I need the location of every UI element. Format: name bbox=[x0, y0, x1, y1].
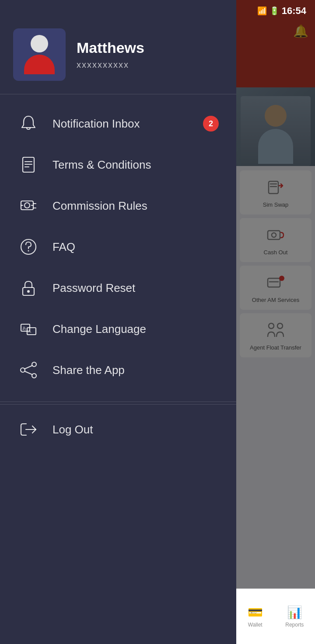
wallet-label: Wallet bbox=[248, 622, 262, 628]
menu-item-terms[interactable]: Terms & Conditions bbox=[0, 144, 236, 185]
status-icons: 📶 🔋 16:54 bbox=[257, 5, 306, 17]
drawer-menu: Matthews xxxxxxxxxx Notification Inbox 2 bbox=[0, 0, 236, 644]
status-time: 16:54 bbox=[282, 5, 306, 17]
logout-label: Log Out bbox=[52, 423, 93, 436]
menu-item-language[interactable]: あ A Change Language bbox=[0, 308, 236, 350]
svg-line-31 bbox=[25, 366, 32, 369]
wallet-icon: 💳 bbox=[248, 605, 263, 620]
battery-icon: 🔋 bbox=[270, 6, 279, 16]
svg-point-29 bbox=[32, 374, 36, 378]
svg-line-32 bbox=[25, 371, 32, 374]
svg-point-28 bbox=[32, 362, 36, 367]
document-icon bbox=[18, 154, 39, 176]
svg-point-23 bbox=[27, 290, 30, 293]
menu-item-logout[interactable]: Log Out bbox=[0, 409, 236, 450]
svg-point-21 bbox=[28, 250, 29, 252]
language-label: Change Language bbox=[52, 322, 146, 336]
menu-item-faq[interactable]: FAQ bbox=[0, 226, 236, 267]
profile-name: Matthews bbox=[77, 39, 223, 56]
avatar-body bbox=[24, 55, 55, 74]
menu-item-share[interactable]: Share the App bbox=[0, 350, 236, 391]
language-icon: あ A bbox=[18, 318, 39, 340]
avatar-head bbox=[31, 35, 48, 52]
logout-icon bbox=[18, 419, 39, 440]
money-icon bbox=[18, 195, 39, 217]
drawer-bottom-space bbox=[0, 454, 236, 644]
notification-badge: 2 bbox=[203, 116, 219, 132]
reports-label: Reports bbox=[285, 622, 304, 628]
svg-text:あ: あ bbox=[22, 326, 26, 330]
svg-point-30 bbox=[21, 368, 25, 372]
menu-item-notification-inbox[interactable]: Notification Inbox 2 bbox=[0, 103, 236, 144]
menu-list: Notification Inbox 2 Terms & Conditions bbox=[0, 94, 236, 399]
bottom-nav: 💳 Wallet 📊 Reports bbox=[236, 589, 315, 644]
commission-label: Commission Rules bbox=[52, 199, 147, 213]
profile-id: xxxxxxxxxx bbox=[77, 60, 223, 70]
faq-label: FAQ bbox=[52, 240, 75, 254]
menu-divider bbox=[0, 402, 236, 402]
share-label: Share the App bbox=[52, 364, 125, 377]
password-reset-label: Password Reset bbox=[52, 281, 135, 295]
reports-icon: 📊 bbox=[287, 605, 302, 620]
status-bar: 📶 🔋 16:54 bbox=[0, 0, 315, 22]
terms-label: Terms & Conditions bbox=[52, 158, 151, 172]
profile-info: Matthews xxxxxxxxxx bbox=[77, 39, 223, 70]
menu-item-commission[interactable]: Commission Rules bbox=[0, 185, 236, 226]
lock-icon bbox=[18, 277, 39, 299]
signal-icon: 📶 bbox=[257, 6, 267, 16]
bell-icon bbox=[18, 113, 39, 135]
share-icon bbox=[18, 359, 39, 381]
svg-point-17 bbox=[24, 203, 30, 208]
svg-text:A: A bbox=[28, 329, 31, 334]
logout-section: Log Out bbox=[0, 404, 236, 454]
notification-inbox-label: Notification Inbox bbox=[52, 117, 140, 131]
nav-reports[interactable]: 📊 Reports bbox=[285, 605, 304, 628]
nav-wallet[interactable]: 💳 Wallet bbox=[248, 605, 263, 628]
avatar-person bbox=[24, 35, 55, 74]
question-icon bbox=[18, 236, 39, 258]
avatar bbox=[13, 28, 66, 81]
menu-item-password[interactable]: Password Reset bbox=[0, 267, 236, 308]
